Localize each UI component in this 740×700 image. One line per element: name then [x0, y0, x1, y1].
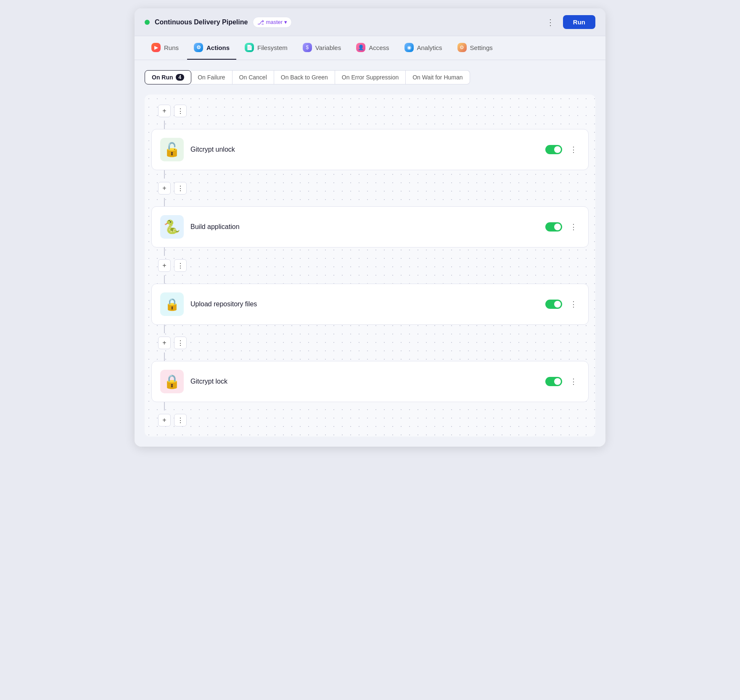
- add-bar-1: + ⋮: [158, 182, 589, 195]
- toggle-track-2[interactable]: [545, 300, 562, 309]
- add-bar-3: + ⋮: [158, 337, 589, 349]
- build-application-toggle[interactable]: [545, 222, 562, 232]
- branch-name: master: [266, 19, 283, 25]
- tab-filesystem[interactable]: 📄 Filesystem: [238, 36, 294, 60]
- gitcrypt-unlock-controls: ⋮: [545, 143, 580, 156]
- action-tab-on-error-suppression[interactable]: On Error Suppression: [335, 70, 406, 84]
- gitcrypt-unlock-name: Gitcrypt unlock: [190, 146, 539, 153]
- app-container: Continuous Delivery Pipeline ⎇ master ▾ …: [135, 8, 605, 447]
- action-tab-on-wait-for-human[interactable]: On Wait for Human: [406, 70, 470, 84]
- toggle-track-1[interactable]: [545, 222, 562, 232]
- run-button[interactable]: Run: [563, 15, 595, 29]
- access-icon: 👤: [356, 43, 365, 52]
- tab-actions[interactable]: ⚙ Actions: [187, 36, 236, 60]
- tab-runs[interactable]: ▶ Runs: [145, 36, 185, 60]
- gitcrypt-lock-toggle[interactable]: [545, 377, 562, 386]
- chevron-down-icon: ▾: [284, 19, 287, 25]
- tab-variables[interactable]: $ Variables: [296, 36, 348, 60]
- more-action-button-1[interactable]: ⋮: [174, 182, 187, 195]
- gitcrypt-unlock-toggle[interactable]: [545, 145, 562, 154]
- main-content: On Run 4 On Failure On Cancel On Back to…: [135, 60, 605, 447]
- build-application-more-button[interactable]: ⋮: [567, 221, 580, 233]
- upload-files-controls: ⋮: [545, 298, 580, 311]
- add-action-button-2[interactable]: +: [158, 259, 171, 272]
- action-card-upload-repository-files[interactable]: 🔒 Upload repository files ⋮: [151, 284, 589, 325]
- add-bar-2: + ⋮: [158, 259, 589, 272]
- toggle-thumb-2: [554, 301, 561, 308]
- tab-access-label: Access: [369, 44, 389, 51]
- branch-icon: ⎇: [257, 19, 264, 26]
- action-tabs: On Run 4 On Failure On Cancel On Back to…: [145, 70, 595, 84]
- gitcrypt-lock-icon: 🔒: [164, 374, 180, 389]
- toggle-track-0[interactable]: [545, 145, 562, 154]
- action-tab-on-run[interactable]: On Run 4: [145, 70, 191, 84]
- action-card-gitcrypt-unlock[interactable]: 🔓 Gitcrypt unlock ⋮: [151, 129, 589, 170]
- action-card-gitcrypt-lock[interactable]: 🔒 Gitcrypt lock ⋮: [151, 361, 589, 402]
- nav-tabs: ▶ Runs ⚙ Actions 📄 Filesystem $ Variable…: [135, 36, 605, 60]
- connector-line-3: [164, 247, 165, 256]
- gitcrypt-lock-controls: ⋮: [545, 375, 580, 388]
- pipeline-title: Continuous Delivery Pipeline: [155, 18, 248, 26]
- build-application-name: Build application: [190, 223, 539, 231]
- tab-access[interactable]: 👤 Access: [349, 36, 396, 60]
- upload-files-icon: 🔒: [165, 297, 180, 311]
- actions-icon: ⚙: [194, 43, 203, 52]
- tab-settings-label: Settings: [470, 44, 493, 51]
- tab-analytics-label: Analytics: [417, 44, 442, 51]
- toggle-track-3[interactable]: [545, 377, 562, 386]
- more-action-button-4[interactable]: ⋮: [174, 414, 187, 426]
- add-action-button-4[interactable]: +: [158, 414, 171, 426]
- analytics-icon: ◉: [404, 43, 414, 52]
- gitcrypt-unlock-icon: 🔓: [164, 142, 180, 158]
- more-action-button-3[interactable]: ⋮: [174, 337, 187, 349]
- runs-icon: ▶: [151, 43, 161, 52]
- gitcrypt-lock-more-button[interactable]: ⋮: [567, 375, 580, 388]
- connector-line-1: [164, 170, 165, 179]
- more-action-button-0[interactable]: ⋮: [174, 105, 187, 117]
- tab-filesystem-label: Filesystem: [257, 44, 288, 51]
- action-tab-on-error-suppression-label: On Error Suppression: [342, 74, 399, 81]
- upload-files-icon-wrap: 🔒: [160, 292, 184, 316]
- gitcrypt-lock-name: Gitcrypt lock: [190, 378, 539, 385]
- action-tab-on-back-to-green-label: On Back to Green: [281, 74, 328, 81]
- action-tab-on-failure[interactable]: On Failure: [191, 70, 232, 84]
- connector-line-0: [164, 121, 165, 129]
- more-action-button-2[interactable]: ⋮: [174, 259, 187, 272]
- add-action-button-0[interactable]: +: [158, 105, 171, 117]
- action-tab-on-failure-label: On Failure: [198, 74, 225, 81]
- build-application-icon-wrap: 🐍: [160, 215, 184, 239]
- header: Continuous Delivery Pipeline ⎇ master ▾ …: [135, 8, 605, 36]
- filesystem-icon: 📄: [245, 43, 254, 52]
- tab-runs-label: Runs: [164, 44, 179, 51]
- add-bar-4: + ⋮: [158, 414, 589, 426]
- status-dot: [145, 20, 150, 25]
- action-card-build-application[interactable]: 🐍 Build application ⋮: [151, 206, 589, 247]
- actions-dotted-bg: + ⋮ 🔓 Gitcrypt unlock: [145, 95, 595, 437]
- connector-line-5: [164, 325, 165, 333]
- action-tab-on-run-label: On Run: [152, 74, 173, 81]
- action-tab-on-back-to-green[interactable]: On Back to Green: [274, 70, 335, 84]
- connector-line-4: [164, 275, 165, 284]
- gitcrypt-lock-icon-wrap: 🔒: [160, 370, 184, 393]
- gitcrypt-unlock-icon-wrap: 🔓: [160, 138, 184, 161]
- upload-files-name: Upload repository files: [190, 300, 539, 308]
- toggle-thumb-3: [554, 378, 561, 385]
- branch-badge[interactable]: ⎇ master ▾: [253, 17, 292, 28]
- upload-files-toggle[interactable]: [545, 300, 562, 309]
- add-action-button-1[interactable]: +: [158, 182, 171, 195]
- add-bar-0: + ⋮: [158, 105, 589, 117]
- header-right: ⋮ Run: [543, 15, 595, 29]
- toggle-thumb-1: [554, 224, 561, 230]
- action-tab-on-cancel[interactable]: On Cancel: [233, 70, 274, 84]
- header-more-button[interactable]: ⋮: [543, 16, 558, 29]
- tab-analytics[interactable]: ◉ Analytics: [398, 36, 449, 60]
- add-action-button-3[interactable]: +: [158, 337, 171, 349]
- action-tab-on-wait-for-human-label: On Wait for Human: [412, 74, 462, 81]
- upload-files-more-button[interactable]: ⋮: [567, 298, 580, 311]
- tab-settings[interactable]: ⚙ Settings: [451, 36, 500, 60]
- actions-list: + ⋮ 🔓 Gitcrypt unlock: [151, 101, 589, 430]
- connector-line-7: [164, 402, 165, 411]
- gitcrypt-unlock-more-button[interactable]: ⋮: [567, 143, 580, 156]
- tab-actions-label: Actions: [206, 44, 230, 51]
- tab-variables-label: Variables: [315, 44, 341, 51]
